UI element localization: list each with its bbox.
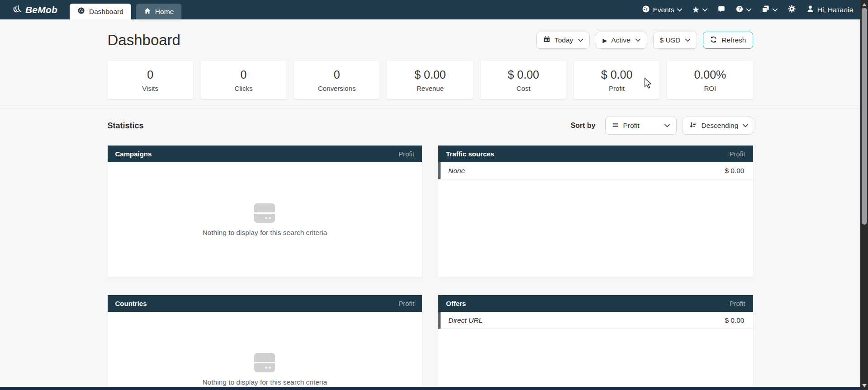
chevron-down-icon xyxy=(636,38,640,42)
panel-metric-label: Profit xyxy=(398,300,414,307)
date-range-label: Today xyxy=(555,36,573,44)
vertical-scrollbar[interactable] xyxy=(860,0,868,390)
help-icon: ? xyxy=(735,5,744,15)
card-label: Conversions xyxy=(318,85,356,92)
settings-button[interactable] xyxy=(787,5,796,15)
bemob-logo[interactable]: BeMob xyxy=(0,0,70,19)
currency-label: $ USD xyxy=(660,36,681,44)
panel-metric-label: Profit xyxy=(729,300,745,307)
row-value: $ 0.00 xyxy=(725,167,744,175)
panel-title: Campaigns xyxy=(115,150,152,158)
scrollbar-thumb[interactable] xyxy=(862,8,867,225)
chevron-down-icon xyxy=(664,124,670,127)
sort-field-select[interactable]: Profit xyxy=(605,117,677,135)
panel-empty-state: Nothing to display for this search crite… xyxy=(108,162,422,277)
main-content: Dashboard Today ▶ Active xyxy=(0,19,860,390)
card-label: ROI xyxy=(704,85,716,92)
tab-home[interactable]: Home xyxy=(136,4,181,19)
home-icon xyxy=(144,7,151,16)
page-title: Dashboard xyxy=(108,30,180,50)
statistics-heading: Statistics xyxy=(108,121,144,131)
card-visits: 0 Visits xyxy=(108,61,193,99)
empty-state-text: Nothing to display for this search crite… xyxy=(202,378,327,386)
card-value: $ 0.00 xyxy=(414,68,446,81)
sort-descending-icon xyxy=(689,121,697,131)
card-value: $ 0.00 xyxy=(601,68,633,81)
favorites-menu[interactable]: ★ xyxy=(692,5,707,14)
workspaces-menu[interactable] xyxy=(761,5,778,15)
events-label: Events xyxy=(653,6,674,14)
card-label: Revenue xyxy=(417,85,444,92)
bemob-swirl-icon xyxy=(12,4,22,16)
card-roi: 0.00% ROI xyxy=(667,61,753,99)
card-revenue: $ 0.00 Revenue xyxy=(387,61,473,99)
panel-offers: Offers Profit Direct URL $ 0.00 xyxy=(438,295,753,390)
table-row[interactable]: None $ 0.00 xyxy=(438,162,753,179)
row-name: None xyxy=(448,167,465,175)
status-filter-button[interactable]: ▶ Active xyxy=(596,32,647,49)
table-row[interactable]: Direct URL $ 0.00 xyxy=(438,312,753,329)
mouse-cursor xyxy=(644,78,654,91)
panel-countries: Countries Profit Nothing to display for … xyxy=(108,295,422,390)
currency-button[interactable]: $ USD xyxy=(653,32,697,49)
panel-metric-label: Profit xyxy=(398,150,414,158)
sort-direction-select[interactable]: Descending xyxy=(683,117,753,135)
play-icon: ▶ xyxy=(602,37,607,44)
statistics-header: Statistics Sort by Profit xyxy=(108,117,753,135)
gauge-icon xyxy=(77,7,85,16)
panel-title: Countries xyxy=(115,300,147,307)
svg-text:?: ? xyxy=(738,6,741,11)
refresh-icon xyxy=(710,36,717,45)
tab-home-label: Home xyxy=(155,8,174,16)
empty-server-icon xyxy=(254,353,275,372)
card-value: $ 0.00 xyxy=(508,68,540,81)
panel-header: Offers Profit xyxy=(438,295,753,312)
page-header: Dashboard Today ▶ Active xyxy=(108,19,753,50)
card-value: 0.00% xyxy=(694,68,726,81)
brand-text: BeMob xyxy=(25,5,57,15)
panel-rows: None $ 0.00 xyxy=(438,162,753,277)
events-menu[interactable]: Events xyxy=(642,5,682,15)
refresh-label: Refresh xyxy=(721,36,746,44)
bottom-edge-strip xyxy=(0,387,860,390)
chevron-down-icon xyxy=(702,8,707,12)
help-menu[interactable]: ? xyxy=(735,5,751,15)
star-icon: ★ xyxy=(692,5,700,14)
dashboard-controls: Today ▶ Active $ USD xyxy=(536,32,753,49)
hamburger-icon xyxy=(612,122,619,130)
chat-icon xyxy=(717,5,726,15)
user-menu[interactable]: Hi, Наталія xyxy=(806,5,853,15)
tab-dashboard[interactable]: Dashboard xyxy=(70,4,131,19)
navbar-tabs: Dashboard Home xyxy=(70,0,181,19)
panel-header: Traffic sources Profit xyxy=(438,146,753,162)
card-label: Clicks xyxy=(234,85,252,92)
panel-title: Traffic sources xyxy=(446,150,494,158)
sort-direction-value: Descending xyxy=(702,122,739,130)
top-navbar: BeMob Dashboard xyxy=(0,0,860,19)
scroll-down-arrow[interactable] xyxy=(860,382,868,389)
refresh-button[interactable]: Refresh xyxy=(703,32,753,49)
row-value: $ 0.00 xyxy=(725,316,744,324)
card-clicks: 0 Clicks xyxy=(201,61,286,99)
chat-button[interactable] xyxy=(717,5,726,15)
empty-state-text: Nothing to display for this search crite… xyxy=(202,229,327,237)
scroll-up-arrow[interactable] xyxy=(860,1,868,8)
gear-icon xyxy=(787,5,796,15)
panel-metric-label: Profit xyxy=(729,150,745,158)
calendar-icon xyxy=(543,36,550,45)
panel-rows: Direct URL $ 0.00 xyxy=(438,312,753,390)
tab-dashboard-label: Dashboard xyxy=(89,8,123,16)
panel-title: Offers xyxy=(446,300,466,307)
card-label: Profit xyxy=(609,85,625,92)
card-conversions: 0 Conversions xyxy=(294,61,379,99)
status-filter-label: Active xyxy=(611,36,630,44)
card-label: Cost xyxy=(517,85,531,92)
card-value: 0 xyxy=(147,68,153,81)
chevron-down-icon xyxy=(578,38,583,42)
user-greeting: Hi, Наталія xyxy=(817,6,853,14)
section-divider xyxy=(0,108,860,108)
windows-stack-icon xyxy=(761,5,770,15)
chevron-down-icon xyxy=(743,124,748,127)
date-range-button[interactable]: Today xyxy=(536,32,590,49)
bemob-app: BeMob Dashboard xyxy=(0,0,868,390)
